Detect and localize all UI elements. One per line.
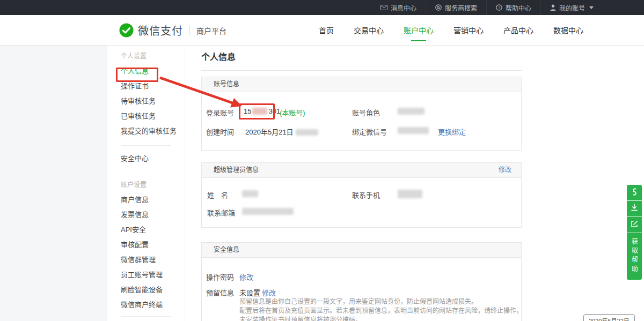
admin-email-redacted — [242, 208, 294, 215]
header: 微信支付 商户平台 首页 交易中心 账户中心 营销中心 产品中心 数据中心 — [0, 15, 644, 46]
nav-marketing-center[interactable]: 营销中心 — [452, 14, 485, 46]
wechat-pay-logo-icon — [119, 23, 134, 38]
change-binding-link[interactable]: 更换绑定 — [438, 126, 466, 137]
sidebar-item-review-config[interactable]: 审核配置 — [121, 237, 185, 252]
main-nav: 首页 交易中心 账户中心 营销中心 产品中心 数据中心 — [318, 15, 584, 45]
brand-separator — [189, 26, 190, 35]
sidebar-item-operation-certificate[interactable]: 操作证书 — [121, 79, 185, 94]
topbar-item-my-account[interactable]: 我的账号 — [540, 0, 603, 15]
chevron-down-icon — [589, 6, 594, 9]
admin-phone-value — [398, 190, 422, 199]
sidebar-item-security-center[interactable]: 安全中心 — [121, 151, 185, 166]
sidebar-divider — [121, 316, 171, 317]
login-account-value: 15301 — [244, 107, 280, 115]
brand-logo[interactable]: 微信支付 商户平台 — [119, 23, 226, 38]
security-info-card-body: 操作密码 修改 预留信息 未设置 修改 预留信息是由你自己设置的一段文字，用来鉴… — [202, 258, 521, 321]
topbar-item-label: 我的账号 — [559, 3, 585, 12]
nav-account-center[interactable]: 账户中心 — [402, 14, 435, 46]
sidebar-group-title-personal-settings: 个人设置 — [121, 49, 185, 64]
account-info-card-body: 登录账号 15301 (本账号) 账号角色 创建时间 2020年5月21日 绑定… — [202, 92, 521, 150]
created-date: 2020年5月21日 — [245, 128, 294, 136]
get-help-label: 获取帮助 — [630, 238, 639, 274]
topbar-item-message-center[interactable]: 消息中心 — [371, 0, 426, 15]
account-role-value — [398, 107, 425, 115]
bound-wechat-label: 绑定微信号 — [352, 126, 387, 137]
brand-subtitle: 商户平台 — [196, 25, 226, 36]
svg-text:?: ? — [498, 5, 500, 10]
admin-email-value — [242, 207, 294, 215]
account-info-card-header: 账号信息 — [202, 77, 521, 92]
bound-wechat-value — [398, 126, 429, 135]
admin-name-label: 姓 名 — [207, 190, 228, 200]
sidebar-item-my-submitted-review-tasks[interactable]: 我提交的审核任务 — [121, 124, 185, 139]
sidebar-item-wechat-merchant-terminal[interactable]: 微信商户终端 — [121, 297, 185, 312]
security-info-card-header: 安全信息 — [202, 243, 521, 258]
admin-phone-label: 联系手机 — [352, 190, 380, 200]
link-icon — [631, 188, 638, 198]
help-icon: ? — [496, 4, 502, 11]
sidebar-spacer — [121, 166, 185, 177]
topbar-item-service-search[interactable]: 服务商搜索 — [426, 0, 486, 15]
reserve-desc-line: 未安装操作证书时预留信息将被部分掩码。 — [239, 316, 521, 321]
admin-name-redacted — [242, 190, 258, 197]
sidebar-item-api-security[interactable]: API安全 — [121, 222, 185, 237]
nav-trade-center[interactable]: 交易中心 — [353, 14, 385, 46]
security-info-card: 安全信息 操作密码 修改 预留信息 未设置 修改 预留信息是由你自己设置的一段文… — [201, 242, 522, 321]
reserve-info-value: 未设置 — [239, 287, 260, 297]
sidebar: 个人设置 个人信息 操作证书 待审核任务 已审核任务 我提交的审核任务 安全中心… — [107, 46, 185, 321]
super-admin-card-body: 姓 名 联系手机 联系邮箱 — [202, 178, 521, 227]
main-content: 个人信息 账号信息 登录账号 15301 (本账号) 账号角色 创建时间 — [185, 46, 644, 321]
reserve-info-description: 预留信息是由你自己设置的一段文字，用来鉴定网站身份，防止假冒网站造成损失。 配置… — [239, 297, 521, 321]
topbar-items: 消息中心 服务商搜索 ? 帮助中心 我的账号 — [371, 0, 603, 15]
edit-icon — [631, 220, 638, 230]
title-divider — [201, 70, 522, 71]
nav-product-center[interactable]: 产品中心 — [502, 14, 535, 46]
admin-email-label: 联系邮箱 — [207, 207, 235, 218]
created-time-value: 2020年5月21日 — [245, 126, 318, 137]
sidebar-item-invoice-info[interactable]: 发票信息 — [121, 207, 185, 222]
page-title: 个人信息 — [201, 51, 644, 64]
reserve-info-edit-link[interactable]: 修改 — [262, 287, 276, 297]
current-account-tag: (本账号) — [280, 107, 305, 117]
account-info-card: 账号信息 登录账号 15301 (本账号) 账号角色 创建时间 2020年5月2… — [201, 77, 522, 151]
toolbar-get-help-button[interactable]: 获取帮助 — [627, 233, 642, 280]
page-body: 个人设置 个人信息 操作证书 待审核任务 已审核任务 我提交的审核任务 安全中心… — [0, 46, 644, 321]
login-account-suffix: 301 — [268, 107, 280, 115]
date-tag: 2020年5月22日 — [583, 314, 635, 321]
download-icon — [631, 204, 638, 214]
account-info-card-title: 账号信息 — [214, 80, 239, 88]
account-role-redacted — [398, 108, 425, 115]
sidebar-item-personal-info[interactable]: 个人信息 — [121, 64, 185, 79]
toolbar-download-button[interactable] — [627, 201, 642, 217]
created-time-redacted — [296, 129, 318, 136]
sidebar-item-reviewed-tasks[interactable]: 已审核任务 — [121, 109, 185, 124]
topbar-item-label: 消息中心 — [391, 3, 416, 12]
nav-data-center[interactable]: 数据中心 — [552, 14, 584, 46]
sidebar-item-pending-review-tasks[interactable]: 待审核任务 — [121, 94, 185, 109]
operation-password-edit-link[interactable]: 修改 — [239, 272, 253, 282]
reserve-desc-line: 预留信息是由你自己设置的一段文字，用来鉴定网站身份，防止假冒网站造成损失。 — [239, 297, 521, 307]
sidebar-item-wechat-group-management[interactable]: 微信群管理 — [121, 252, 185, 267]
toolbar-link-button[interactable] — [627, 185, 642, 201]
toolbar-feedback-button[interactable] — [627, 217, 642, 233]
super-admin-card-title: 超级管理员信息 — [214, 166, 259, 174]
topbar-item-help-center[interactable]: ? 帮助中心 — [486, 0, 540, 15]
security-info-card-title: 安全信息 — [214, 246, 239, 253]
floating-toolbar: 获取帮助 — [627, 185, 642, 280]
sidebar-item-merchant-info[interactable]: 商户信息 — [121, 192, 185, 207]
account-role-label: 账号角色 — [352, 107, 380, 117]
brand-name: 微信支付 — [138, 23, 183, 38]
login-account-redacted — [252, 108, 267, 115]
bound-wechat-redacted — [398, 127, 429, 134]
login-account-prefix: 15 — [244, 107, 251, 115]
sidebar-item-staff-account-management[interactable]: 员工账号管理 — [121, 267, 185, 282]
reserve-desc-line: 配置后将在首页及充值页面显示。若未看到预留信息，表明当前访问的网站存在风险，请终… — [239, 307, 521, 316]
super-admin-card: 超级管理员信息 修改 姓 名 联系手机 联系邮箱 — [201, 162, 522, 228]
sidebar-item-face-smart-device[interactable]: 刷脸智能设备 — [121, 282, 185, 297]
created-time-label: 创建时间 — [206, 126, 234, 137]
topbar-item-label: 帮助中心 — [506, 3, 531, 12]
super-admin-edit-link[interactable]: 修改 — [499, 163, 511, 177]
super-admin-card-header: 超级管理员信息 修改 — [202, 163, 521, 178]
operation-password-label: 操作密码 — [206, 272, 234, 282]
nav-home[interactable]: 首页 — [318, 14, 335, 46]
